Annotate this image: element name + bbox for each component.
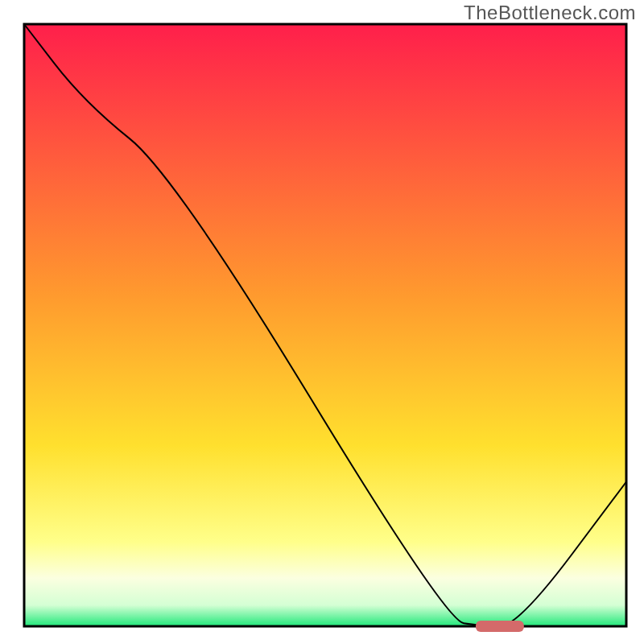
gradient-area	[24, 24, 626, 626]
bottleneck-chart	[0, 0, 644, 644]
watermark-text: TheBottleneck.com	[464, 2, 636, 24]
chart-frame: TheBottleneck.com	[0, 0, 644, 644]
optimal-marker	[476, 621, 524, 632]
